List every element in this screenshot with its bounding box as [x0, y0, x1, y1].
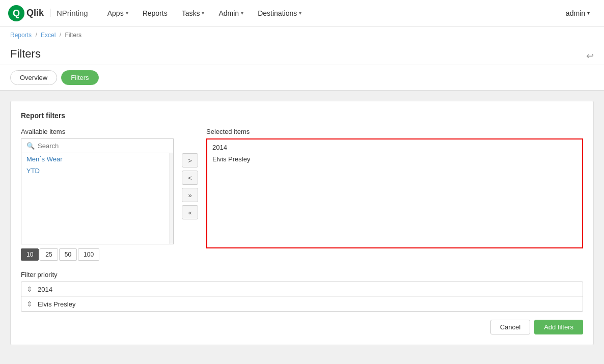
priority-item-label-2: Elvis Presley — [38, 300, 75, 308]
move-left-button[interactable]: < — [182, 171, 198, 185]
footer-buttons: Cancel Add filters — [21, 320, 583, 334]
qlik-q-icon: Q — [8, 5, 24, 21]
tasks-caret-icon: ▾ — [202, 10, 204, 16]
logo-area: Q Qlik NPrinting — [8, 5, 88, 21]
breadcrumb-filters: Filters — [65, 32, 81, 39]
add-filters-button[interactable]: Add filters — [534, 320, 583, 334]
filter-priority-label: Filter priority — [21, 271, 583, 278]
nav-admin[interactable]: Admin ▾ — [211, 0, 251, 26]
report-filters-card: Report filters Available items 🔍 Men´s W… — [10, 101, 594, 345]
selected-items-list: 2014 Elvis Presley — [206, 138, 583, 248]
transfer-widget: Available items 🔍 Men´s Wear YTD 10 25 5… — [21, 128, 583, 261]
search-input[interactable] — [38, 142, 168, 150]
available-items-list: Men´s Wear YTD — [21, 153, 174, 244]
nav-tasks[interactable]: Tasks ▾ — [175, 0, 212, 26]
priority-item-1: ⇕ 2014 — [21, 282, 583, 297]
move-right-button[interactable]: > — [182, 153, 198, 167]
move-all-left-button[interactable]: « — [182, 205, 198, 219]
pagination-row: 10 25 50 100 — [21, 248, 174, 261]
page-header: Filters ↩ — [0, 42, 604, 65]
breadcrumb-sep-1: / — [35, 32, 37, 39]
page-size-25[interactable]: 25 — [40, 248, 58, 261]
admin-nav-caret-icon: ▾ — [241, 10, 243, 16]
page-size-100[interactable]: 100 — [78, 248, 99, 261]
tab-overview[interactable]: Overview — [10, 70, 57, 85]
scrollbar-track — [169, 153, 173, 244]
breadcrumb-reports[interactable]: Reports — [10, 32, 32, 39]
breadcrumb-excel[interactable]: Excel — [41, 32, 56, 39]
search-box: 🔍 — [21, 138, 174, 153]
back-button[interactable]: ↩ — [586, 50, 594, 62]
move-all-right-button[interactable]: » — [182, 188, 198, 202]
available-items-label: Available items — [21, 128, 174, 135]
nav-apps[interactable]: Apps ▾ — [100, 0, 135, 26]
apps-caret-icon: ▾ — [126, 10, 128, 16]
selected-items-label: Selected items — [206, 128, 583, 135]
filter-priority-section: Filter priority ⇕ 2014 ⇕ Elvis Presley — [21, 271, 583, 312]
selected-items-panel: Selected items 2014 Elvis Presley — [206, 128, 583, 248]
top-nav: Q Qlik NPrinting Apps ▾ Reports Tasks ▾ … — [0, 0, 604, 26]
priority-arrows-2[interactable]: ⇕ — [26, 300, 33, 308]
cancel-button[interactable]: Cancel — [490, 320, 530, 334]
admin-menu[interactable]: admin ▾ — [560, 9, 596, 17]
search-icon: 🔍 — [26, 142, 35, 150]
selected-item[interactable]: Elvis Presley — [207, 153, 582, 165]
priority-item-label-1: 2014 — [38, 286, 52, 293]
qlik-text: Qlik — [26, 8, 44, 18]
nav-destinations[interactable]: Destinations ▾ — [251, 0, 309, 26]
main-content: Report filters Available items 🔍 Men´s W… — [0, 91, 604, 363]
selected-item[interactable]: 2014 — [207, 142, 582, 153]
list-item[interactable]: YTD — [21, 165, 173, 177]
tab-filters[interactable]: Filters — [61, 70, 98, 85]
destinations-caret-icon: ▾ — [299, 10, 301, 16]
qlik-logo: Q Qlik — [8, 5, 46, 21]
priority-item-2: ⇕ Elvis Presley — [21, 297, 583, 311]
priority-arrows-1[interactable]: ⇕ — [26, 285, 33, 293]
admin-caret-icon: ▾ — [587, 10, 590, 16]
nav-reports[interactable]: Reports — [135, 0, 175, 26]
nprinting-logo: NPrinting — [50, 9, 88, 17]
list-item[interactable]: Men´s Wear — [21, 153, 173, 165]
available-items-panel: Available items 🔍 Men´s Wear YTD 10 25 5… — [21, 128, 174, 261]
breadcrumb-sep-2: / — [60, 32, 61, 39]
nav-items: Apps ▾ Reports Tasks ▾ Admin ▾ Destinati… — [100, 0, 560, 26]
breadcrumb: Reports / Excel / Filters — [0, 26, 604, 42]
page-size-10[interactable]: 10 — [21, 248, 39, 261]
page-size-50[interactable]: 50 — [59, 248, 77, 261]
page-title: Filters — [10, 47, 41, 65]
nav-right: admin ▾ — [560, 9, 596, 17]
priority-list: ⇕ 2014 ⇕ Elvis Presley — [21, 282, 583, 312]
transfer-buttons: > < » « — [174, 153, 206, 219]
section-title: Report filters — [21, 111, 583, 120]
tab-area: Overview Filters — [0, 65, 604, 91]
